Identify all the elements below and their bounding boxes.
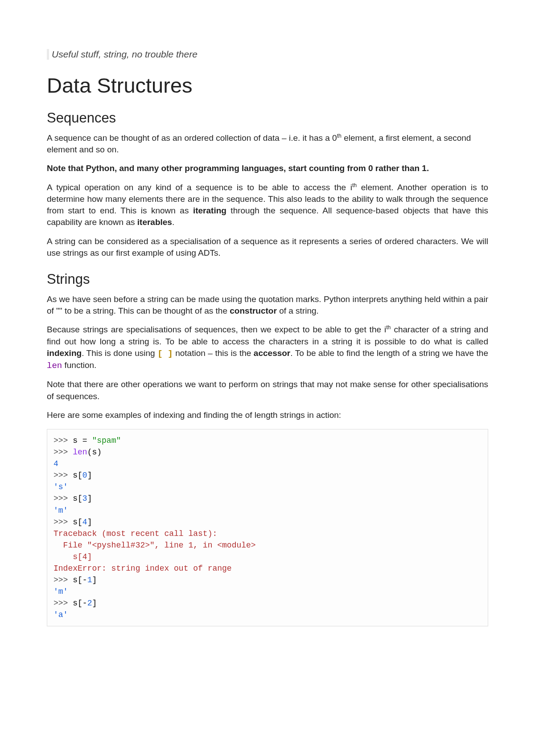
note-bold: Note that Python, and many other program… [47, 163, 429, 173]
number: 1 [87, 576, 92, 584]
traceback: IndexError: string index out of range [54, 564, 232, 573]
output: 4 [54, 459, 58, 468]
code: s[ [73, 518, 82, 527]
prompt: >>> [54, 436, 73, 445]
code: s[ [73, 471, 82, 480]
number: 2 [87, 599, 92, 608]
str-paragraph-3: Note that there are other operations we … [47, 379, 488, 402]
term-iterables: iterables [137, 217, 172, 227]
text: A sequence can be thought of as an order… [47, 133, 337, 143]
str-paragraph-4: Here are some examples of indexing and f… [47, 409, 488, 421]
code: s = [73, 436, 92, 445]
number: 3 [82, 494, 87, 503]
text: . This is done using [82, 348, 157, 358]
code: s[- [73, 576, 87, 584]
code-example: >>> s = "spam" >>> len(s) 4 >>> s[0] 's'… [47, 429, 488, 627]
term-indexing: indexing [47, 348, 82, 358]
text: A typical operation on any kind of a seq… [47, 183, 352, 192]
code: s[- [73, 599, 87, 608]
code: ] [87, 471, 92, 480]
output: 'a' [54, 610, 68, 619]
code: s[ [73, 494, 82, 503]
output: 'm' [54, 587, 68, 596]
output: 'm' [54, 506, 68, 515]
builtin-len: len [73, 448, 87, 457]
code: ] [92, 576, 97, 584]
number: 4 [82, 518, 87, 527]
text: Because strings are specialisations of s… [47, 325, 386, 334]
text: of a string. [277, 306, 319, 315]
seq-paragraph-1: A sequence can be thought of as an order… [47, 132, 488, 155]
term-accessor: accessor [254, 348, 290, 358]
code: ] [87, 494, 92, 503]
ordinal-suffix: th [337, 133, 342, 139]
term-constructor: constructor [230, 306, 277, 315]
text: function. [62, 360, 96, 370]
code: ] [87, 518, 92, 527]
term-iterating: iterating [193, 206, 226, 215]
code: (s) [87, 448, 102, 457]
prompt: >>> [54, 599, 73, 608]
prompt: >>> [54, 494, 73, 503]
heading-sequences: Sequences [47, 110, 488, 126]
output: 's' [54, 482, 68, 491]
text: . [172, 217, 174, 227]
prompt: >>> [54, 576, 73, 584]
string-literal: "spam" [92, 436, 121, 445]
len-function: len [47, 361, 62, 371]
str-paragraph-1: As we have seen before a string can be m… [47, 294, 488, 317]
heading-strings: Strings [47, 271, 488, 287]
number: 0 [82, 471, 87, 480]
traceback: s[4] [54, 552, 92, 561]
ordinal-suffix: th [352, 182, 357, 188]
document-page: Useful stuff, string, no trouble there D… [0, 0, 535, 756]
page-title: Data Structures [47, 73, 488, 98]
ordinal-suffix: th [386, 324, 391, 331]
str-paragraph-2: Because strings are specialisations of s… [47, 324, 488, 372]
seq-note-bold: Note that Python, and many other program… [47, 163, 488, 174]
prompt: >>> [54, 471, 73, 480]
seq-paragraph-2: A typical operation on any kind of a seq… [47, 182, 488, 229]
seq-paragraph-3: A string can be considered as a speciali… [47, 236, 488, 259]
traceback: Traceback (most recent call last): [54, 529, 217, 538]
text: notation – this is the [173, 348, 254, 358]
brackets-icon: [ ] [157, 349, 173, 359]
traceback: File "<pyshell#32>", line 1, in <module> [54, 541, 256, 550]
text: . To be able to find the length of a str… [290, 348, 488, 358]
code: ] [92, 599, 97, 608]
intro-note: Useful stuff, string, no trouble there [47, 49, 488, 60]
prompt: >>> [54, 448, 73, 457]
prompt: >>> [54, 518, 73, 527]
